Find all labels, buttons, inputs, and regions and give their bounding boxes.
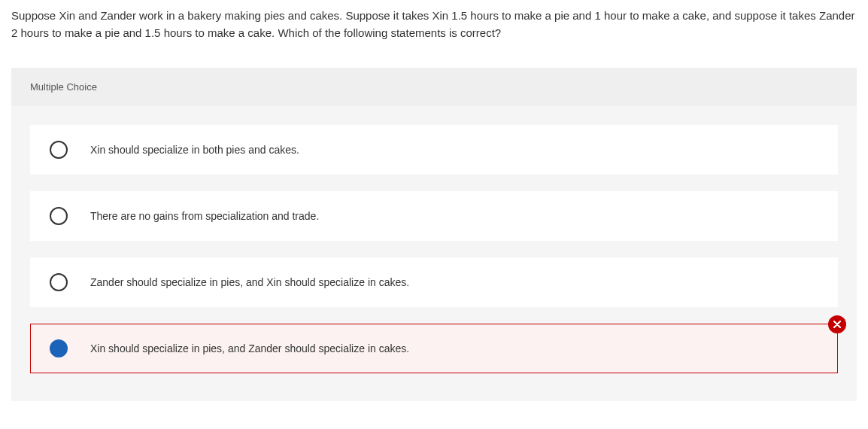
radio-unchecked-icon[interactable] [50,207,68,225]
option-text: Xin should specialize in pies, and Zande… [90,342,409,354]
radio-unchecked-icon[interactable] [50,141,68,159]
options-wrap: Xin should specialize in both pies and c… [11,106,857,401]
option-text: Zander should specialize in pies, and Xi… [90,276,409,288]
option-row-selected-incorrect[interactable]: Xin should specialize in pies, and Zande… [30,324,838,373]
mc-header: Multiple Choice [11,68,857,106]
multiple-choice-container: Multiple Choice Xin should specialize in… [11,68,857,401]
incorrect-icon [828,315,846,333]
option-row[interactable]: There are no gains from specialization a… [30,191,838,241]
option-row[interactable]: Xin should specialize in both pies and c… [30,125,838,175]
option-row[interactable]: Zander should specialize in pies, and Xi… [30,257,838,307]
question-text: Suppose Xin and Zander work in a bakery … [11,8,857,41]
radio-checked-icon[interactable] [50,339,68,358]
option-text: Xin should specialize in both pies and c… [90,144,299,156]
option-text: There are no gains from specialization a… [90,210,319,222]
radio-unchecked-icon[interactable] [50,273,68,291]
close-icon [833,321,841,328]
